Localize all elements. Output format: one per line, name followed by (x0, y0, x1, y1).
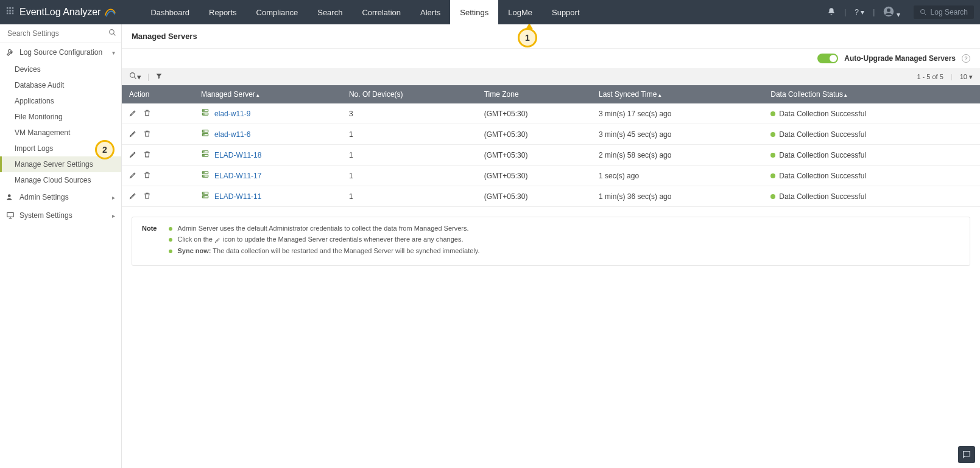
brand-text: EventLog Analyzer (19, 7, 100, 18)
tab-logme[interactable]: LogMe (498, 0, 542, 24)
column-header[interactable]: No. Of Device(s) (342, 85, 477, 103)
sidebar-item-applications[interactable]: Applications (0, 93, 121, 109)
sidebar-section-label: Admin Settings (19, 193, 69, 201)
table-row: ELAD-W11-171(GMT+05:30)1 sec(s) agoData … (122, 166, 980, 186)
status-dot-icon (770, 194, 775, 199)
auto-upgrade-toggle[interactable] (817, 54, 838, 63)
tab-support[interactable]: Support (542, 0, 590, 24)
sidebar-item-vm-management[interactable]: VM Management (0, 125, 121, 141)
server-link[interactable]: ELAD-W11-11 (214, 192, 261, 201)
svg-point-36 (203, 176, 204, 176)
svg-rect-5 (12, 10, 14, 12)
edit-icon[interactable] (129, 150, 137, 160)
sidebar-item-file-monitoring[interactable]: File Monitoring (0, 109, 121, 125)
topbar: EventLog Analyzer DashboardReportsCompli… (0, 0, 980, 24)
delete-icon[interactable] (143, 150, 151, 160)
column-header[interactable]: Data Collection Status (763, 85, 980, 103)
edit-icon[interactable] (129, 171, 137, 181)
svg-point-13 (110, 30, 115, 35)
svg-line-14 (113, 33, 115, 35)
user-avatar-icon[interactable]: ▾ (883, 6, 900, 19)
status-cell: Data Collection Successful (763, 166, 980, 186)
svg-rect-1 (9, 7, 11, 9)
page-toolbar: Auto-Upgrade Managed Servers ? (122, 49, 980, 68)
tab-alerts[interactable]: Alerts (411, 0, 450, 24)
timezone: (GMT+05:30) (477, 145, 591, 166)
topbar-right: | ? ▾ | ▾ Log Search (827, 5, 974, 19)
global-search[interactable]: Log Search (914, 5, 974, 19)
status-cell: Data Collection Successful (763, 186, 980, 207)
filter-icon[interactable] (155, 72, 163, 82)
note-label: Note (142, 225, 157, 258)
brand-swoosh-icon (103, 5, 116, 19)
device-count: 3 (342, 103, 477, 124)
column-header[interactable]: Managed Server (194, 85, 342, 103)
server-icon (201, 108, 210, 119)
svg-point-10 (887, 8, 890, 12)
edit-icon[interactable] (129, 130, 137, 139)
search-icon (920, 9, 927, 16)
status-dot-icon (770, 173, 775, 178)
status-cell: Data Collection Successful (763, 124, 980, 145)
search-icon[interactable] (108, 29, 116, 38)
note-box: Note Admin Server uses the default Admin… (132, 217, 970, 266)
status-dot-icon (770, 153, 775, 158)
sidebar-section-admin[interactable]: Admin Settings ▸ (0, 188, 121, 206)
help-icon[interactable]: ? (962, 54, 970, 63)
column-header[interactable]: Last Synced Time (591, 85, 763, 103)
svg-point-15 (8, 194, 11, 197)
brand-logo: EventLog Analyzer (19, 5, 116, 19)
server-link[interactable]: elad-w11-6 (214, 130, 250, 139)
edit-icon[interactable] (129, 192, 137, 201)
page-size-selector[interactable]: 10 ▾ (960, 73, 973, 81)
main-content: Managed Servers Auto-Upgrade Managed Ser… (122, 24, 980, 468)
delete-icon[interactable] (143, 109, 151, 119)
chevron-right-icon: ▸ (112, 212, 115, 219)
sidebar-item-manage-cloud-sources[interactable]: Manage Cloud Sources (0, 172, 121, 188)
table-search-icon[interactable]: ▾ (129, 72, 141, 82)
svg-point-24 (203, 114, 204, 114)
column-header[interactable]: Time Zone (477, 85, 591, 103)
tab-settings[interactable]: Settings (450, 0, 498, 24)
tab-search[interactable]: Search (308, 0, 352, 24)
tab-correlation[interactable]: Correlation (352, 0, 411, 24)
monitor-icon (6, 211, 15, 220)
status-dot-icon (770, 111, 775, 116)
delete-icon[interactable] (143, 130, 151, 139)
server-link[interactable]: elad-w11-9 (214, 110, 250, 118)
last-synced: 1 sec(s) ago (591, 166, 763, 186)
sidebar-item-database-audit[interactable]: Database Audit (0, 77, 121, 93)
edit-icon[interactable] (129, 109, 137, 119)
table-row: ELAD-W11-111(GMT+05:30)1 min(s) 36 sec(s… (122, 186, 980, 207)
chat-icon[interactable] (958, 446, 975, 463)
bell-icon[interactable] (827, 7, 836, 18)
device-count: 1 (342, 145, 477, 166)
sidebar-item-import-logs[interactable]: Import Logs (0, 141, 121, 156)
apps-grid-icon[interactable] (6, 7, 15, 18)
sidebar-search-input[interactable] (5, 27, 108, 40)
svg-point-28 (203, 134, 204, 135)
timezone: (GMT+05:30) (477, 103, 591, 124)
column-header[interactable]: Action (122, 85, 194, 103)
tab-reports[interactable]: Reports (199, 0, 247, 24)
delete-icon[interactable] (143, 171, 151, 181)
svg-point-40 (203, 197, 204, 197)
table-row: ELAD-W11-181(GMT+05:30)2 min(s) 58 sec(s… (122, 145, 980, 166)
status-dot-icon (770, 132, 775, 137)
tab-compliance[interactable]: Compliance (247, 0, 308, 24)
svg-point-35 (203, 172, 204, 173)
sidebar-section-log-source[interactable]: Log Source Configuration ▾ (0, 43, 121, 61)
device-count: 1 (342, 186, 477, 207)
tab-dashboard[interactable]: Dashboard (141, 0, 199, 24)
grid-toolbar: ▾ | 1 - 5 of 5 | 10 ▾ (122, 68, 980, 85)
sidebar-section-system[interactable]: System Settings ▸ (0, 206, 121, 225)
server-link[interactable]: ELAD-W11-17 (214, 172, 261, 180)
delete-icon[interactable] (143, 192, 151, 201)
help-menu[interactable]: ? ▾ (855, 8, 864, 16)
servers-table: ActionManaged ServerNo. Of Device(s)Time… (122, 85, 980, 207)
sidebar-item-devices[interactable]: Devices (0, 61, 121, 77)
sidebar-search (0, 24, 121, 43)
sidebar-item-manage-server-settings[interactable]: Manage Server Settings (0, 156, 121, 172)
server-icon (201, 129, 210, 139)
server-link[interactable]: ELAD-W11-18 (214, 151, 261, 159)
